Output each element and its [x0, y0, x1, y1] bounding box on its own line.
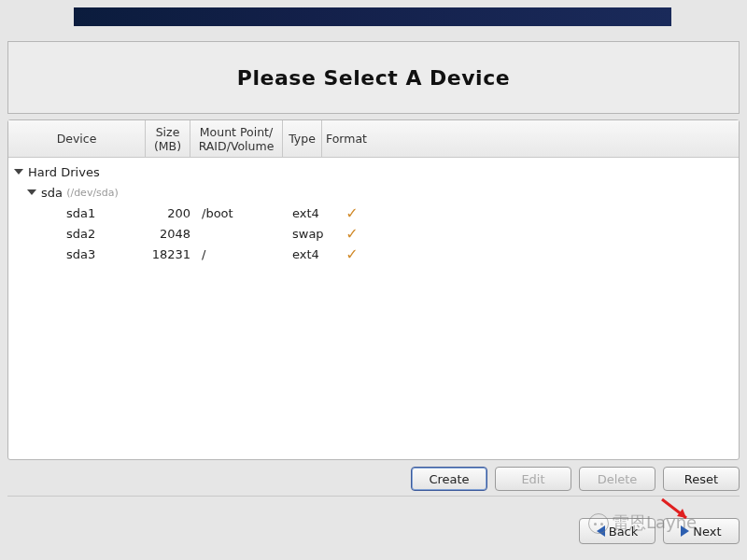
- chevron-down-icon[interactable]: [14, 169, 23, 175]
- partition-size: 200: [151, 206, 196, 220]
- arrow-left-icon: [597, 525, 605, 537]
- partition-mount: /: [196, 247, 289, 261]
- check-icon: ✓: [345, 225, 358, 243]
- partition-size: 2048: [151, 227, 196, 241]
- check-icon: ✓: [345, 204, 358, 222]
- device-table: Device Size (MB) Mount Point/ RAID/Volum…: [7, 119, 740, 460]
- partition-name: sda1: [14, 206, 151, 220]
- arrow-right-icon: [681, 525, 689, 537]
- annotation-arrow-icon: [660, 497, 698, 525]
- create-button[interactable]: Create: [411, 467, 487, 491]
- delete-button: Delete: [579, 467, 655, 491]
- col-size[interactable]: Size (MB): [146, 120, 190, 157]
- disk-label: sda: [41, 186, 63, 200]
- partition-type: ext4: [289, 206, 328, 220]
- partition-name: sda2: [14, 227, 151, 241]
- partition-format: ✓: [328, 245, 376, 263]
- edit-button: Edit: [495, 467, 571, 491]
- partition-format: ✓: [328, 225, 376, 243]
- title-panel: Please Select A Device: [7, 41, 740, 114]
- col-type[interactable]: Type: [283, 120, 322, 157]
- col-device[interactable]: Device: [8, 120, 146, 157]
- partition-type: ext4: [289, 247, 328, 261]
- action-button-row: Create Edit Delete Reset: [7, 467, 740, 497]
- group-label: Hard Drives: [28, 165, 100, 179]
- col-mount[interactable]: Mount Point/ RAID/Volume: [190, 120, 283, 157]
- partition-name: sda3: [14, 247, 151, 261]
- partition-mount: /boot: [196, 206, 289, 220]
- disk-path: (/dev/sda): [66, 187, 119, 199]
- nav-button-row: Back Next: [579, 518, 740, 544]
- partition-row[interactable]: sda1 200 /boot ext4 ✓: [8, 203, 739, 223]
- chevron-down-icon[interactable]: [27, 189, 36, 195]
- back-button[interactable]: Back: [579, 518, 655, 544]
- check-icon: ✓: [345, 245, 358, 263]
- partition-row[interactable]: sda2 2048 swap ✓: [8, 223, 739, 244]
- table-body: Hard Drives sda (/dev/sda) sda1 200 /boo…: [8, 158, 739, 264]
- top-banner: [74, 7, 671, 26]
- partition-size: 18231: [151, 247, 196, 261]
- partition-type: swap: [289, 227, 328, 241]
- partition-format: ✓: [328, 204, 376, 222]
- col-format[interactable]: Format: [322, 120, 371, 157]
- tree-disk-row[interactable]: sda (/dev/sda): [8, 182, 739, 203]
- reset-button[interactable]: Reset: [663, 467, 740, 491]
- page-title: Please Select A Device: [237, 66, 510, 90]
- partition-row[interactable]: sda3 18231 / ext4 ✓: [8, 244, 739, 264]
- tree-group-row[interactable]: Hard Drives: [8, 161, 739, 182]
- table-header-row: Device Size (MB) Mount Point/ RAID/Volum…: [8, 120, 739, 158]
